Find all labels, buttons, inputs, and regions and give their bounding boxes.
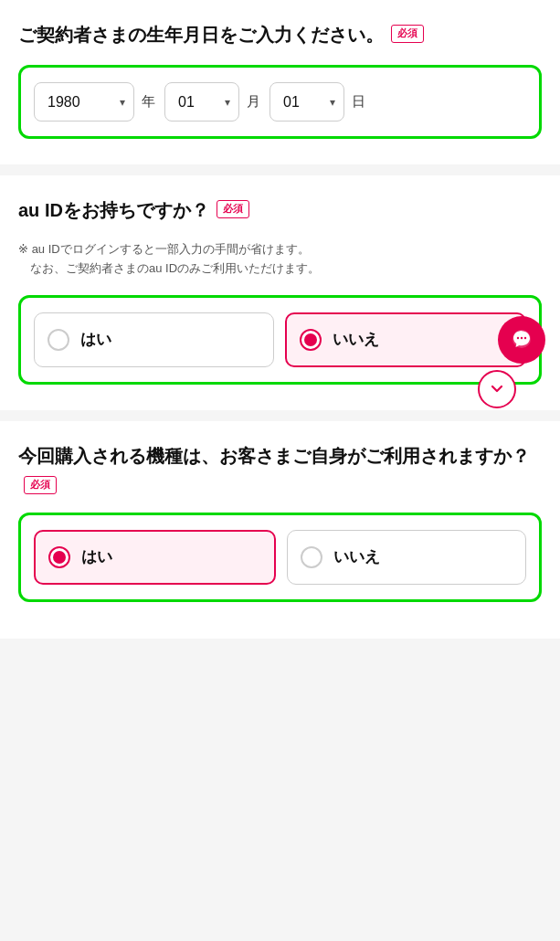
self-use-required-badge: 必須 bbox=[24, 476, 57, 494]
au-id-radio-no-circle bbox=[300, 329, 322, 351]
day-select[interactable]: 01 bbox=[269, 82, 344, 122]
self-use-radio-yes-circle bbox=[48, 546, 70, 568]
birthday-title: ご契約者さまの生年月日をご入力ください。 必須 bbox=[18, 22, 542, 48]
self-use-title-text: 今回購入される機種は、お客さまご自身がご利用されますか？ bbox=[18, 446, 530, 466]
chat-bubble[interactable] bbox=[498, 316, 545, 364]
birthday-required-badge: 必須 bbox=[391, 25, 424, 43]
month-unit: 月 bbox=[247, 93, 260, 111]
svg-point-2 bbox=[521, 336, 523, 338]
au-id-required-badge: 必須 bbox=[217, 200, 249, 218]
scroll-arrow-wrap bbox=[478, 370, 516, 408]
birthday-title-text: ご契約者さまの生年月日をご入力ください。 bbox=[18, 22, 384, 48]
au-id-options-wrap: はい いいえ bbox=[18, 295, 542, 385]
date-row: 1980 ▾ 年 01 ▾ 月 01 ▾ 日 bbox=[34, 82, 526, 122]
au-id-option-no[interactable]: いいえ bbox=[285, 312, 527, 367]
au-id-option-yes[interactable]: はい bbox=[34, 312, 274, 367]
au-id-radio-yes-circle bbox=[48, 329, 69, 351]
chat-icon bbox=[509, 327, 534, 353]
year-select-wrap: 1980 ▾ bbox=[34, 82, 134, 122]
birthday-input-box: 1980 ▾ 年 01 ▾ 月 01 ▾ 日 bbox=[18, 65, 542, 139]
year-select[interactable]: 1980 bbox=[34, 82, 134, 122]
svg-point-3 bbox=[524, 336, 526, 338]
month-select[interactable]: 01 bbox=[164, 82, 239, 122]
au-id-note: au IDでログインすると一部入力の手間が省けます。 なお、ご契約者さまのau … bbox=[18, 240, 542, 279]
au-id-title-text: au IDをお持ちですか？ bbox=[18, 197, 209, 224]
month-select-wrap: 01 ▾ bbox=[164, 82, 239, 122]
au-id-radio-box: はい いいえ bbox=[18, 295, 542, 385]
birthday-section: ご契約者さまの生年月日をご入力ください。 必須 1980 ▾ 年 01 ▾ 月 … bbox=[0, 0, 560, 164]
day-select-wrap: 01 ▾ bbox=[269, 82, 344, 122]
au-id-radio-group: はい いいえ bbox=[34, 312, 526, 367]
self-use-option-no[interactable]: いいえ bbox=[287, 530, 527, 585]
self-use-section: 今回購入される機種は、お客さまご自身がご利用されますか？ 必須 はい いいえ bbox=[0, 421, 560, 639]
self-use-radio-no-circle bbox=[301, 546, 322, 568]
self-use-option-yes-label: はい bbox=[81, 546, 112, 567]
scroll-down-arrow[interactable] bbox=[478, 370, 516, 408]
self-use-option-yes[interactable]: はい bbox=[34, 530, 276, 585]
chevron-down-icon bbox=[489, 381, 505, 397]
au-id-option-yes-label: はい bbox=[80, 329, 111, 350]
self-use-option-no-label: いいえ bbox=[333, 546, 380, 567]
self-use-radio-group: はい いいえ bbox=[34, 530, 526, 585]
au-id-title: au IDをお持ちですか？ 必須 bbox=[18, 197, 542, 224]
svg-point-1 bbox=[517, 336, 519, 338]
year-unit: 年 bbox=[142, 93, 155, 111]
day-unit: 日 bbox=[352, 93, 365, 111]
chat-icon-wrap[interactable] bbox=[498, 316, 545, 364]
au-id-section: au IDをお持ちですか？ 必須 au IDでログインすると一部入力の手間が省け… bbox=[0, 175, 560, 410]
self-use-title: 今回購入される機種は、お客さまご自身がご利用されますか？ 必須 bbox=[18, 443, 542, 496]
self-use-radio-box: はい いいえ bbox=[18, 513, 542, 602]
au-id-option-no-label: いいえ bbox=[333, 329, 379, 350]
